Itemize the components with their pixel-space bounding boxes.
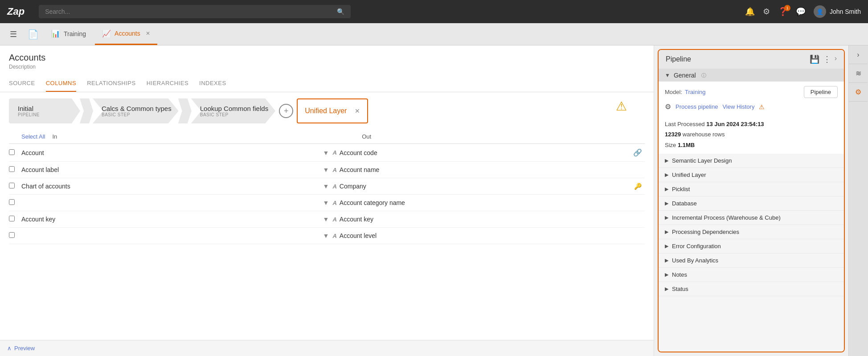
tree-arrow-semantic: ▶ xyxy=(665,158,668,164)
add-step-button[interactable]: + xyxy=(279,104,293,118)
tree-label-analytics: Used By Analytics xyxy=(672,257,718,264)
row-2-arrow[interactable]: ▼ xyxy=(323,166,329,173)
panel-save-icon[interactable]: 💾 xyxy=(810,54,819,64)
new-tab-button[interactable]: 📄 xyxy=(24,29,42,40)
search-bar[interactable]: 🔍 xyxy=(39,5,351,18)
table-row: Account key ▼ A Account key xyxy=(9,211,645,228)
model-value[interactable]: Training xyxy=(685,89,705,95)
row-3-checkbox[interactable] xyxy=(9,183,21,190)
tree-item-database[interactable]: ▶ Database xyxy=(659,196,844,211)
table-row: Account ▼ A Account code 🔗 xyxy=(9,144,645,162)
row-1-checkbox[interactable] xyxy=(9,149,21,156)
main-layout: Accounts Description ⚠ SOURCE COLUMNS RE… xyxy=(0,45,868,356)
tab-source[interactable]: SOURCE xyxy=(9,75,35,92)
page-header-container: Accounts Description ⚠ xyxy=(0,45,654,72)
row-4-checkbox[interactable] xyxy=(9,199,21,206)
tree-item-error[interactable]: ▶ Error Configuration xyxy=(659,239,844,254)
row-2-out: A Account name xyxy=(332,166,631,173)
row-1-action[interactable]: 🔗 xyxy=(631,148,645,157)
row-1-type-icon: A xyxy=(332,149,336,156)
pipeline-step-calcs[interactable]: Calcs & Common types BASIC STEP xyxy=(93,98,179,123)
preview-bar[interactable]: ∧ Preview xyxy=(0,340,654,356)
table-row: ▼ A Account level xyxy=(9,228,645,244)
pipeline-step-lookup[interactable]: Lookup Common fields BASIC STEP xyxy=(191,98,275,123)
row-1-link-icon[interactable]: 🔗 xyxy=(633,148,642,157)
gear-icon: ⚙ xyxy=(665,102,671,111)
side-icon-settings[interactable]: ⚙ xyxy=(849,83,868,102)
settings-icon[interactable]: ⚙ xyxy=(763,7,770,16)
tree-label-database: Database xyxy=(672,200,697,207)
size-value: 1.1MB xyxy=(678,142,695,148)
tree-arrow-unified: ▶ xyxy=(665,172,668,178)
tree-item-incremental[interactable]: ▶ Incremental Process (Warehouse & Cube) xyxy=(659,211,844,225)
row-4-arrow[interactable]: ▼ xyxy=(323,199,329,206)
page-header: Accounts Description xyxy=(0,45,654,72)
row-6-out: A Account level xyxy=(332,232,631,239)
hamburger-icon[interactable]: ☰ xyxy=(4,29,22,39)
unified-layer-close-icon[interactable]: ✕ xyxy=(355,107,360,115)
messages-icon[interactable]: 💬 xyxy=(796,7,806,16)
notification-icon[interactable]: 🔔 xyxy=(745,7,755,16)
tree-item-semantic[interactable]: ▶ Semantic Layer Design xyxy=(659,154,844,168)
row-1-out: A Account code xyxy=(332,149,631,156)
row-2-in: Account label xyxy=(21,166,319,173)
row-2-checkbox[interactable] xyxy=(9,166,21,173)
side-icon-expand[interactable]: › xyxy=(849,45,868,64)
row-3-type-icon: A xyxy=(332,183,336,190)
tree-item-analytics[interactable]: ▶ Used By Analytics xyxy=(659,254,844,268)
warehouse-label: warehouse rows xyxy=(683,131,725,138)
tab-indexes[interactable]: INDEXES xyxy=(199,75,226,92)
panel-tree-items: ▶ Semantic Layer Design ▶ Unified Layer … xyxy=(659,154,844,352)
general-section-title: General xyxy=(674,72,696,79)
tab-relationships[interactable]: RELATIONSHIPS xyxy=(87,75,136,92)
row-5-out: A Account key xyxy=(332,216,631,223)
search-input[interactable] xyxy=(45,8,333,15)
row-3-action[interactable]: 🔑 xyxy=(631,183,645,190)
tree-item-status[interactable]: ▶ Status xyxy=(659,282,844,296)
help-badge: 1 xyxy=(784,5,790,11)
row-1-arrow[interactable]: ▼ xyxy=(323,149,329,156)
tree-item-unified[interactable]: ▶ Unified Layer xyxy=(659,168,844,182)
tree-item-picklist[interactable]: ▶ Picklist xyxy=(659,182,844,196)
tree-label-status: Status xyxy=(672,286,688,292)
row-6-checkbox[interactable] xyxy=(9,232,21,239)
warehouse-rows-row: 12329 warehouse rows xyxy=(665,129,838,139)
process-pipeline-link[interactable]: Process pipeline xyxy=(676,103,718,110)
unified-layer-step[interactable]: Unified Layer ✕ xyxy=(297,98,368,123)
warehouse-count: 12329 xyxy=(665,131,681,138)
process-row: ⚙ Process pipeline View History ⚠ xyxy=(665,102,838,111)
row-5-arrow[interactable]: ▼ xyxy=(323,216,329,223)
left-content: Accounts Description ⚠ SOURCE COLUMNS RE… xyxy=(0,45,654,356)
view-history-link[interactable]: View History xyxy=(722,103,754,110)
step-lookup-type: BASIC STEP xyxy=(200,112,268,117)
tree-label-processing: Processing Dependencies xyxy=(672,229,739,235)
panel-close-icon[interactable]: › xyxy=(835,54,837,64)
accounts-tab-close[interactable]: ✕ xyxy=(146,30,150,37)
tab-columns[interactable]: COLUMNS xyxy=(46,75,77,92)
tab-hierarchies[interactable]: HIERARCHIES xyxy=(147,75,188,92)
tree-arrow-picklist: ▶ xyxy=(665,186,668,192)
select-all-button[interactable]: Select All xyxy=(21,133,45,140)
panel-more-icon[interactable]: ⋮ xyxy=(823,54,831,64)
row-5-type-icon: A xyxy=(332,216,336,223)
side-icon-layers[interactable]: ≋ xyxy=(849,64,868,83)
pipeline-arrow-2 xyxy=(178,98,192,123)
tab-training[interactable]: 📊 Training xyxy=(44,23,93,45)
row-3-arrow[interactable]: ▼ xyxy=(323,183,329,190)
tree-item-notes[interactable]: ▶ Notes xyxy=(659,268,844,282)
row-3-key-icon[interactable]: 🔑 xyxy=(634,183,642,190)
row-5-in: Account key xyxy=(21,216,319,223)
tab-accounts[interactable]: 📈 Accounts ✕ xyxy=(95,23,157,45)
row-5-checkbox[interactable] xyxy=(9,216,21,223)
pipeline-area: Initial PIPELINE Calcs & Common types BA… xyxy=(0,92,654,130)
row-6-type-icon: A xyxy=(332,233,336,239)
step-lookup-content: Lookup Common fields BASIC STEP xyxy=(200,105,268,117)
general-section-header[interactable]: ▼ General ⓘ xyxy=(659,69,844,82)
pipeline-step-initial[interactable]: Initial PIPELINE xyxy=(9,98,80,123)
step-initial-type: PIPELINE xyxy=(18,112,40,117)
step-lookup-name: Lookup Common fields xyxy=(200,105,268,112)
row-6-arrow[interactable]: ▼ xyxy=(323,232,329,239)
tree-item-processing[interactable]: ▶ Processing Dependencies xyxy=(659,225,844,239)
tree-label-picklist: Picklist xyxy=(672,186,690,192)
pipeline-button[interactable]: Pipeline xyxy=(804,86,838,98)
